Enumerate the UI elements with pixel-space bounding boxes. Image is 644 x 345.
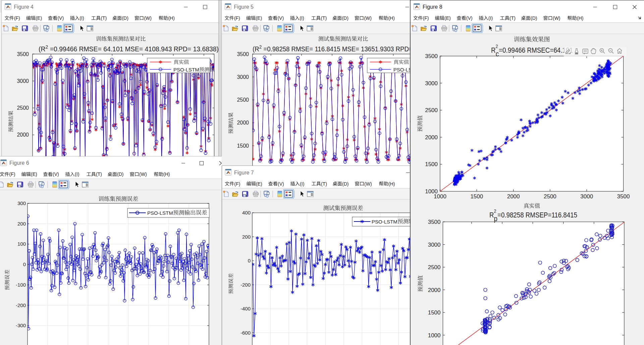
svg-text:2000: 2000 <box>507 193 520 200</box>
svg-text:Figure 5: Figure 5 <box>234 4 254 10</box>
svg-text:0: 0 <box>248 258 251 263</box>
svg-text:-200: -200 <box>16 302 26 308</box>
svg-text:400: 400 <box>242 210 251 215</box>
svg-text:Figure 4: Figure 4 <box>14 4 34 10</box>
svg-text:2000: 2000 <box>425 134 438 141</box>
svg-text:3000: 3000 <box>428 242 441 248</box>
svg-text:1000: 1000 <box>428 332 441 339</box>
svg-text:200: 200 <box>17 221 26 227</box>
svg-text:-300: -300 <box>16 323 26 328</box>
svg-text:2500: 2500 <box>237 97 249 103</box>
svg-text:3000: 3000 <box>425 80 438 87</box>
svg-text:0: 0 <box>23 261 26 267</box>
svg-text:-600: -600 <box>240 330 251 336</box>
svg-text:1500: 1500 <box>237 143 249 149</box>
svg-text:3500: 3500 <box>428 219 441 225</box>
svg-text:3500: 3500 <box>17 51 29 57</box>
svg-text:2000: 2000 <box>428 287 441 293</box>
svg-text:PSO-LSTM: PSO-LSTM <box>147 210 173 216</box>
svg-text:1500: 1500 <box>425 161 438 167</box>
svg-text:2500: 2500 <box>425 107 438 113</box>
svg-text:3000: 3000 <box>17 78 29 84</box>
svg-text:100: 100 <box>17 241 26 247</box>
svg-text:-200: -200 <box>240 282 251 288</box>
svg-text:200: 200 <box>242 234 251 240</box>
svg-text:1500: 1500 <box>470 193 483 200</box>
svg-text:1000: 1000 <box>425 188 438 195</box>
svg-text:1500: 1500 <box>428 309 441 316</box>
svg-text:Figure 6: Figure 6 <box>9 160 29 166</box>
svg-text:3500: 3500 <box>425 53 438 59</box>
svg-text:(R2 =0.99466 RMSE= 64.101 MSE=: (R2 =0.99466 RMSE= 64.101 MSE= 4108.943 … <box>39 44 219 53</box>
svg-text:3500: 3500 <box>237 51 249 57</box>
svg-text:PSO-LSTM: PSO-LSTM <box>372 219 397 225</box>
svg-text:2500: 2500 <box>17 105 29 111</box>
svg-text:2000: 2000 <box>237 120 249 126</box>
svg-text:-100: -100 <box>16 282 26 288</box>
svg-text:2500: 2500 <box>544 193 556 200</box>
svg-text:3000: 3000 <box>580 193 593 200</box>
svg-text:Figure 8: Figure 8 <box>423 4 442 10</box>
svg-text:3500: 3500 <box>617 193 630 200</box>
svg-text:Figure 7: Figure 7 <box>234 170 254 176</box>
svg-text:-400: -400 <box>240 306 251 311</box>
svg-text:300: 300 <box>17 200 26 206</box>
svg-text:2500: 2500 <box>428 264 441 270</box>
svg-text:3000: 3000 <box>237 74 249 80</box>
svg-text:(R2 =0.98258 RMSE= 116.8415 MS: (R2 =0.98258 RMSE= 116.8415 MSE= 13651.9… <box>253 44 435 53</box>
svg-text:2000: 2000 <box>17 132 29 138</box>
svg-text:PSO-LSTM: PSO-LSTM <box>173 67 199 72</box>
